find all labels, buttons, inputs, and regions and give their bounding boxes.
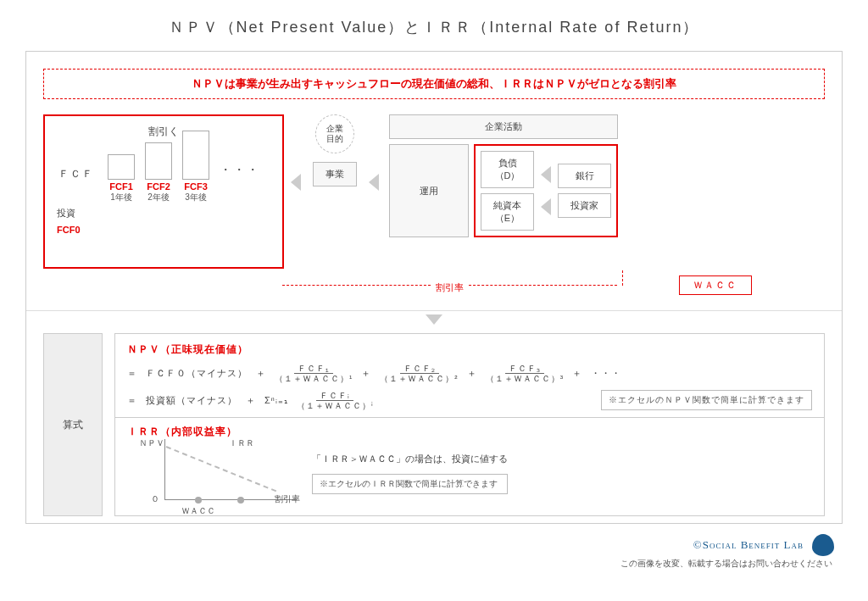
npv-note: ※エクセルのＮＰＶ関数で簡単に計算できます — [601, 390, 812, 410]
fcf0-label: FCF0 — [57, 225, 274, 235]
bar-label-1: FCF1 — [109, 181, 133, 192]
arrow-left-icon — [541, 166, 551, 183]
year-2: 2年後 — [147, 192, 170, 203]
discount-box: 割引く ＦＣＦ FCF11年後 FCF22年後 FCF33年後 ・・・ 投資 F… — [43, 114, 284, 269]
bank-box: 銀行 — [558, 164, 611, 188]
capital-box: 負債 （D） 純資本 （E） 銀行 投資家 — [474, 144, 618, 237]
page-title: ＮＰＶ（Net Present Value）とＩＲＲ（Internal Rate… — [25, 17, 843, 37]
arrow-down-icon — [426, 314, 442, 325]
irr-note: ※エクセルのＩＲＲ関数で簡単に計算できます — [312, 474, 508, 494]
sigma: Σⁿᵢ₌₁ — [264, 395, 288, 406]
business-box: 事業 — [313, 162, 357, 186]
ellipsis: ・・・ — [220, 163, 260, 178]
bar-label-2: FCF2 — [147, 181, 170, 192]
bar-label-3: FCF3 — [184, 181, 208, 192]
purpose-circle: 企業 目的 — [315, 114, 354, 153]
eq: ＝ — [127, 367, 137, 380]
formula-label: 算式 — [43, 333, 103, 516]
arrow-left-icon — [541, 198, 551, 215]
footer-note: この画像を改変、転載する場合はお問い合わせください — [25, 558, 843, 570]
npv-title: ＮＰＶ（正味現在価値） — [127, 342, 812, 357]
fcf-label: ＦＣＦ — [58, 167, 94, 181]
summary-banner: ＮＰＶは事業が生み出すキャッシュフローの現在価値の総和、ＩＲＲはＮＰＶがゼロとな… — [43, 69, 825, 99]
copyright: ©Social Benefit Lab — [693, 538, 804, 552]
fcf0-term: ＦＣＦ０（マイナス） — [146, 367, 248, 380]
debt-box: 負債 （D） — [481, 151, 534, 188]
invest-label: 投資 — [57, 207, 274, 220]
investor-box: 投資家 — [558, 193, 611, 218]
arrow-left-icon — [369, 174, 379, 191]
invest-term: 投資額（マイナス） — [146, 394, 237, 407]
irr-condition: 「ＩＲＲ＞ＷＡＣＣ」の場合は、投資に値する — [312, 453, 508, 465]
operation-box: 運用 — [389, 144, 469, 237]
arrow-left-icon — [291, 174, 301, 191]
year-3: 3年後 — [185, 192, 207, 203]
irr-graph: ＮＰＶ ０ ＷＡＣＣ ＩＲＲ 割引率 — [144, 439, 297, 507]
equity-box: 純資本 （E） — [481, 193, 534, 231]
formula-body: ＮＰＶ（正味現在価値） ＝ ＦＣＦ０（マイナス） ＋ ＦＣＦ₁（１＋ＷＡＣＣ）¹… — [114, 333, 825, 516]
year-1: 1年後 — [110, 192, 132, 203]
activity-box: 企業活動 — [389, 114, 618, 139]
main-frame: ＮＰＶは事業が生み出すキャッシュフローの現在価値の総和、ＩＲＲはＮＰＶがゼロとな… — [25, 51, 843, 524]
wacc-box: ＷＡＣＣ — [679, 275, 752, 295]
logo-icon — [812, 534, 834, 556]
discount-title: 割引く — [53, 125, 274, 139]
discount-rate-label: 割引率 — [436, 281, 464, 294]
